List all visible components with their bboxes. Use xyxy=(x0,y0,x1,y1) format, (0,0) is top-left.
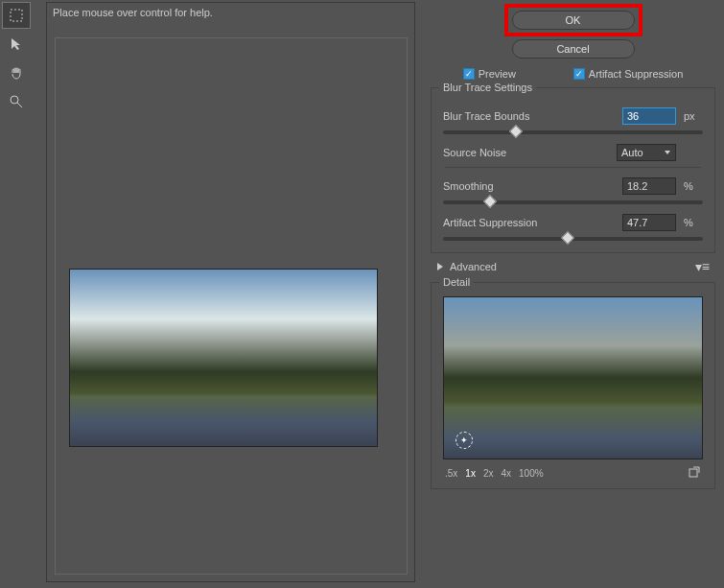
svg-rect-3 xyxy=(689,469,697,477)
check-icon: ✓ xyxy=(573,68,585,80)
slider-thumb[interactable] xyxy=(561,231,574,245)
blur-trace-group: Blur Trace Settings Blur Trace Bounds px… xyxy=(431,87,715,253)
chevron-down-icon xyxy=(664,149,671,156)
hand-tool[interactable] xyxy=(2,59,31,86)
smoothing-slider[interactable] xyxy=(443,200,703,204)
zoom-4x[interactable]: 4x xyxy=(501,468,511,479)
help-bar: Place mouse over control for help. xyxy=(47,3,414,22)
right-panel: OK Cancel ✓ Preview ✓ Artifact Suppressi… xyxy=(427,4,719,491)
artifact-suppression-checkbox[interactable]: ✓ Artifact Suppression xyxy=(573,68,683,80)
undock-icon[interactable] xyxy=(688,465,701,481)
artifact-suppression-input[interactable] xyxy=(622,214,676,231)
blur-trace-group-label: Blur Trace Settings xyxy=(439,82,536,93)
detail-marker-icon[interactable]: ✦ xyxy=(455,432,473,449)
blur-trace-bounds-slider[interactable] xyxy=(443,130,703,134)
separator xyxy=(445,167,701,168)
smoothing-label: Smoothing xyxy=(443,180,622,192)
blur-trace-bounds-label: Blur Trace Bounds xyxy=(443,110,622,122)
preview-checkbox[interactable]: ✓ Preview xyxy=(463,68,516,80)
source-noise-dropdown[interactable]: Auto xyxy=(617,144,676,161)
preview-frame[interactable] xyxy=(55,37,408,575)
check-icon: ✓ xyxy=(463,68,475,80)
chevron-right-icon xyxy=(436,262,444,271)
toolbox xyxy=(2,2,35,115)
smoothing-input[interactable] xyxy=(622,177,676,195)
preview-image[interactable] xyxy=(69,269,378,447)
marquee-tool[interactable] xyxy=(2,2,31,29)
direct-select-tool[interactable] xyxy=(2,31,31,58)
advanced-toggle[interactable]: Advanced xyxy=(436,261,497,272)
ok-highlight: OK xyxy=(504,4,642,36)
source-noise-value: Auto xyxy=(621,147,643,158)
zoom-1x[interactable]: 1x xyxy=(465,468,476,479)
blur-trace-bounds-input[interactable] xyxy=(622,107,676,125)
svg-point-1 xyxy=(11,96,18,104)
zoom-2x[interactable]: 2x xyxy=(483,468,494,479)
zoom-tool[interactable] xyxy=(2,88,31,115)
artifact-suppression-slider[interactable] xyxy=(443,237,703,241)
panel-menu-icon[interactable]: ▾≡ xyxy=(695,259,710,274)
artifact-suppression-label: Artifact Suppression xyxy=(443,217,622,228)
zoom-levels: .5x 1x 2x 4x 100% xyxy=(445,468,544,479)
ok-button[interactable]: OK xyxy=(512,11,635,30)
preview-area: Place mouse over control for help. xyxy=(46,2,415,582)
preview-checkbox-label: Preview xyxy=(479,68,516,80)
source-noise-label: Source Noise xyxy=(443,147,617,158)
cancel-button[interactable]: Cancel xyxy=(512,39,635,59)
svg-rect-0 xyxy=(11,10,22,21)
artifact-suppression-checkbox-label: Artifact Suppression xyxy=(589,68,683,80)
detail-group-label: Detail xyxy=(439,276,474,288)
detail-image[interactable]: ✦ xyxy=(443,296,703,459)
advanced-label: Advanced xyxy=(450,261,497,272)
px-unit: px xyxy=(684,110,703,122)
slider-thumb[interactable] xyxy=(509,125,523,138)
percent-unit: % xyxy=(684,217,703,228)
zoom-current: 100% xyxy=(519,468,544,479)
zoom-half[interactable]: .5x xyxy=(445,468,457,479)
slider-thumb[interactable] xyxy=(483,195,497,208)
svg-line-2 xyxy=(17,103,22,107)
percent-unit: % xyxy=(684,180,703,192)
detail-group: Detail ✦ .5x 1x 2x 4x 100% xyxy=(431,282,715,489)
